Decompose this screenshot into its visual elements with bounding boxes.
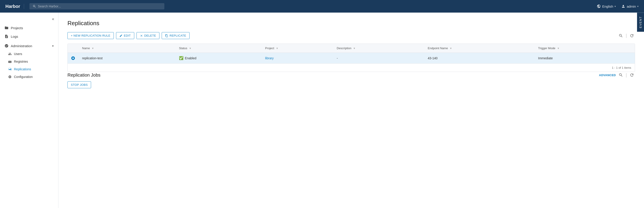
sidebar-administration-header[interactable]: Administration ▾ (0, 41, 58, 50)
toolbar-right: | (618, 32, 635, 39)
administration-icon (4, 44, 8, 48)
user-icon (621, 4, 625, 8)
sidebar-administration-label: Administration (11, 44, 50, 48)
configuration-child-icon (8, 75, 12, 79)
sidebar-item-registries[interactable]: Registries (0, 58, 58, 65)
edit-icon (120, 34, 122, 37)
row-trigger-cell: Immediate (534, 53, 635, 64)
sidebar-logs-label: Logs (11, 35, 18, 38)
search-replications-icon (618, 33, 623, 38)
sidebar-item-configuration[interactable]: Configuration (0, 73, 58, 81)
new-replication-rule-button[interactable]: + NEW REPLICATION RULE (68, 32, 114, 39)
search-jobs-icon (618, 73, 623, 77)
refresh-icon (630, 33, 634, 38)
project-link[interactable]: library (265, 56, 274, 60)
user-chevron: ▾ (637, 5, 638, 8)
collapse-sidebar-button[interactable]: « (50, 16, 56, 22)
registries-child-icon (8, 60, 12, 63)
sidebar-item-projects[interactable]: Projects (0, 23, 58, 32)
jobs-header-right: ADVANCED | (599, 72, 635, 78)
replication-jobs-header: Replication Jobs ADVANCED | (68, 72, 635, 78)
table-row[interactable]: replication-test ✅ Enabled library (68, 53, 635, 64)
search-icon (32, 4, 36, 8)
advanced-button[interactable]: ADVANCED (599, 73, 616, 77)
sidebar-projects-label: Projects (11, 26, 23, 30)
search-input[interactable] (38, 4, 161, 8)
page-title: Replications (68, 20, 635, 27)
language-selector[interactable]: English ▾ (597, 4, 616, 8)
layout: « Projects Logs Administration ▾ (0, 12, 644, 208)
globe-icon (597, 4, 601, 8)
row-name-cell: replication-test (78, 53, 176, 64)
main-content: Replications + NEW REPLICATION RULE EDIT… (58, 12, 644, 208)
name-sort-icon: ▼ (92, 47, 94, 50)
replications-table: Name ▼ Status ▼ Project ▼ Description (68, 44, 635, 64)
status-sort-icon: ▼ (189, 47, 191, 50)
row-radio-selected (71, 56, 75, 60)
endpoint-sort-icon: ▼ (450, 47, 452, 50)
edit-button[interactable]: EDIT (116, 32, 134, 39)
col-description[interactable]: Description ▼ (333, 44, 424, 53)
delete-button[interactable]: DELETE (136, 32, 160, 39)
replications-child-icon (8, 67, 12, 71)
pagination-info: 1 - 1 of 1 items (612, 66, 631, 69)
refresh-jobs-icon (630, 73, 634, 77)
topnav: Harbor English ▾ admin ▾ (0, 0, 644, 12)
description-sort-icon: ▼ (353, 47, 356, 50)
logs-icon (4, 34, 8, 38)
sidebar-administration-children: Users Registries Replications (0, 50, 58, 81)
event-tab[interactable]: EVENT (637, 12, 644, 32)
status-enabled: ✅ Enabled (179, 56, 258, 60)
sidebar-collapse-area: « (0, 14, 58, 23)
col-endpoint-name[interactable]: Endpoint Name ▼ (424, 44, 534, 53)
delete-icon (140, 34, 143, 37)
administration-expand-icon: ▾ (52, 44, 54, 48)
jobs-toolbar-divider: | (626, 73, 627, 78)
sidebar-item-replications[interactable]: Replications (0, 65, 58, 73)
users-child-icon (8, 52, 12, 56)
sidebar-administration-section: Administration ▾ Users Registries (0, 41, 58, 81)
sidebar-item-users[interactable]: Users (0, 50, 58, 58)
table-footer: 1 - 1 of 1 items (68, 64, 635, 72)
search-replications-button[interactable] (618, 32, 624, 39)
replications-table-container: Name ▼ Status ▼ Project ▼ Description (68, 44, 635, 72)
row-select-cell[interactable] (68, 53, 78, 64)
col-trigger-mode[interactable]: Trigger Mode ▼ (534, 44, 635, 53)
app-logo: Harbor (6, 4, 24, 9)
search-jobs-button[interactable] (618, 72, 624, 78)
stop-jobs-button[interactable]: STOP JOBS (68, 81, 91, 88)
sidebar-registries-label: Registries (14, 60, 28, 63)
col-project[interactable]: Project ▼ (262, 44, 333, 53)
row-status-cell: ✅ Enabled (176, 53, 262, 64)
language-chevron: ▾ (614, 5, 616, 8)
replicate-icon (165, 34, 168, 37)
table-header-row: Name ▼ Status ▼ Project ▼ Description (68, 44, 635, 53)
language-label: English (602, 4, 613, 8)
refresh-replications-button[interactable] (629, 32, 635, 39)
sidebar: « Projects Logs Administration ▾ (0, 12, 58, 208)
row-description-cell: - (333, 53, 424, 64)
sidebar-configuration-label: Configuration (14, 75, 32, 79)
project-sort-icon: ▼ (276, 47, 278, 50)
replicate-button[interactable]: REPLICATE (162, 32, 190, 39)
search-bar[interactable] (30, 3, 164, 9)
sidebar-item-logs[interactable]: Logs (0, 32, 58, 41)
col-name[interactable]: Name ▼ (78, 44, 176, 53)
refresh-jobs-button[interactable] (629, 72, 635, 78)
toolbar-divider: | (626, 33, 627, 38)
col-status[interactable]: Status ▼ (176, 44, 262, 53)
user-label: admin (627, 4, 636, 8)
sidebar-users-label: Users (14, 52, 22, 56)
row-endpoint-cell: 43-140 (424, 53, 534, 64)
enabled-check-icon: ✅ (179, 56, 184, 60)
replication-jobs-title: Replication Jobs (68, 73, 599, 78)
projects-icon (4, 26, 8, 30)
topnav-right: English ▾ admin ▾ (597, 4, 638, 8)
trigger-sort-icon: ▼ (557, 47, 560, 50)
user-menu[interactable]: admin ▾ (621, 4, 638, 8)
col-select (68, 44, 78, 53)
replication-toolbar: + NEW REPLICATION RULE EDIT DELETE REPLI… (68, 32, 635, 39)
row-project-cell[interactable]: library (262, 53, 333, 64)
sidebar-replications-label: Replications (14, 67, 31, 71)
